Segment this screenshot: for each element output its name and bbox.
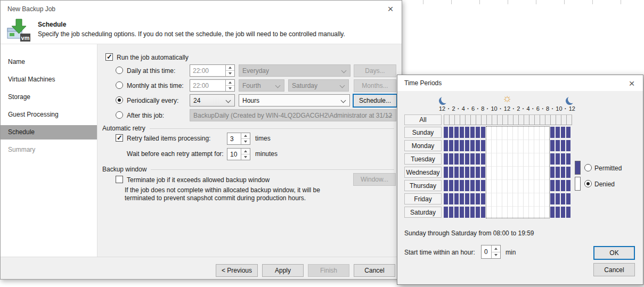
period-value-combo[interactable]: 24 (190, 94, 235, 106)
time-cell[interactable] (449, 180, 453, 191)
time-cell[interactable] (513, 140, 517, 151)
time-cell[interactable] (460, 180, 464, 191)
time-cell[interactable] (540, 153, 544, 165)
time-cell[interactable] (529, 167, 533, 178)
time-cell[interactable] (534, 153, 539, 165)
time-cell[interactable] (529, 127, 533, 138)
time-cell[interactable] (460, 140, 464, 151)
terminate-checkbox[interactable] (116, 176, 123, 183)
time-cell[interactable] (545, 207, 549, 218)
time-cell[interactable] (502, 193, 507, 204)
time-cell[interactable] (524, 140, 528, 151)
time-cell[interactable] (449, 193, 453, 204)
time-cell[interactable] (566, 207, 570, 218)
time-cell[interactable] (449, 167, 453, 178)
all-hour-cell[interactable] (444, 115, 450, 125)
apply-button[interactable]: Apply (262, 264, 304, 277)
time-cell[interactable] (470, 140, 475, 151)
monthly-time-spinner[interactable]: 22:00 (190, 79, 235, 92)
time-cell[interactable] (454, 127, 459, 138)
time-cell[interactable] (540, 207, 544, 218)
all-hour-cell[interactable] (529, 115, 535, 125)
time-cell[interactable] (513, 153, 517, 165)
time-cell[interactable] (508, 167, 512, 178)
time-cell[interactable] (460, 127, 464, 138)
time-cell[interactable] (492, 153, 496, 165)
time-cell[interactable] (518, 140, 523, 151)
time-cell[interactable] (513, 180, 517, 191)
time-cell[interactable] (540, 193, 544, 204)
time-cell[interactable] (545, 167, 549, 178)
wait-minutes-spinner[interactable]: 10 (227, 148, 250, 160)
time-cell[interactable] (465, 127, 469, 138)
time-cell[interactable] (449, 153, 453, 165)
all-hour-cell[interactable] (471, 115, 476, 125)
time-cell[interactable] (465, 207, 469, 218)
all-hour-cell[interactable] (498, 115, 503, 125)
sidebar-item-storage[interactable]: Storage (1, 90, 97, 104)
close-icon[interactable]: × (626, 78, 638, 88)
sidebar-item-name[interactable]: Name (1, 55, 97, 69)
time-cell[interactable] (460, 193, 464, 204)
time-cell[interactable] (449, 140, 453, 151)
time-cell[interactable] (534, 207, 539, 218)
time-cell[interactable] (444, 193, 448, 204)
daily-time-spinner[interactable]: 22:00 (190, 64, 235, 77)
time-cell[interactable] (444, 140, 448, 151)
time-cell[interactable] (470, 127, 475, 138)
time-cell[interactable] (481, 207, 485, 218)
time-cell[interactable] (518, 207, 523, 218)
time-cell[interactable] (497, 127, 501, 138)
time-cell[interactable] (518, 180, 523, 191)
time-cell[interactable] (454, 207, 459, 218)
time-cell[interactable] (561, 207, 565, 218)
time-cell[interactable] (486, 167, 491, 178)
time-cell[interactable] (492, 140, 496, 151)
schedule-button[interactable]: Schedule... (353, 94, 397, 108)
run-automatically-checkbox[interactable] (105, 53, 113, 61)
time-cell[interactable] (460, 207, 464, 218)
time-cell[interactable] (508, 193, 512, 204)
time-cell[interactable] (444, 153, 448, 165)
time-cell[interactable] (497, 180, 501, 191)
time-cell[interactable] (444, 207, 448, 218)
time-cell[interactable] (550, 193, 555, 204)
start-time-spinner[interactable]: 0 (481, 245, 501, 259)
time-cell[interactable] (540, 127, 544, 138)
time-cell[interactable] (545, 127, 549, 138)
time-cell[interactable] (529, 153, 533, 165)
time-cell[interactable] (508, 153, 512, 165)
time-cell[interactable] (470, 193, 475, 204)
day-label-monday[interactable]: Monday (404, 140, 442, 151)
time-cell[interactable] (524, 127, 528, 138)
time-cell[interactable] (497, 167, 501, 178)
time-cell[interactable] (518, 193, 523, 204)
time-cell[interactable] (470, 167, 475, 178)
time-cell[interactable] (502, 153, 507, 165)
time-cell[interactable] (529, 140, 533, 151)
day-label-wednesday[interactable]: Wednesday (404, 167, 442, 178)
time-cell[interactable] (444, 127, 448, 138)
time-cell[interactable] (444, 180, 448, 191)
monthly-radio[interactable] (116, 81, 123, 89)
time-cell[interactable] (454, 167, 459, 178)
time-cell[interactable] (556, 127, 560, 138)
time-cell[interactable] (476, 153, 480, 165)
time-cell[interactable] (481, 140, 485, 151)
time-cell[interactable] (465, 153, 469, 165)
time-cell[interactable] (502, 167, 507, 178)
time-cell[interactable] (566, 140, 570, 151)
day-label-sunday[interactable]: Sunday (404, 127, 442, 138)
all-hour-cell[interactable] (524, 115, 529, 125)
time-cell[interactable] (513, 193, 517, 204)
time-cell[interactable] (492, 180, 496, 191)
sidebar-item-guest-processing[interactable]: Guest Processing (1, 108, 97, 122)
time-cell[interactable] (524, 153, 528, 165)
all-hour-cell[interactable] (492, 115, 498, 125)
time-cell[interactable] (492, 193, 496, 204)
time-cell[interactable] (444, 167, 448, 178)
time-cell[interactable] (529, 193, 533, 204)
all-hour-cell[interactable] (535, 115, 540, 125)
permitted-radio[interactable] (584, 164, 592, 171)
time-cell[interactable] (486, 207, 491, 218)
